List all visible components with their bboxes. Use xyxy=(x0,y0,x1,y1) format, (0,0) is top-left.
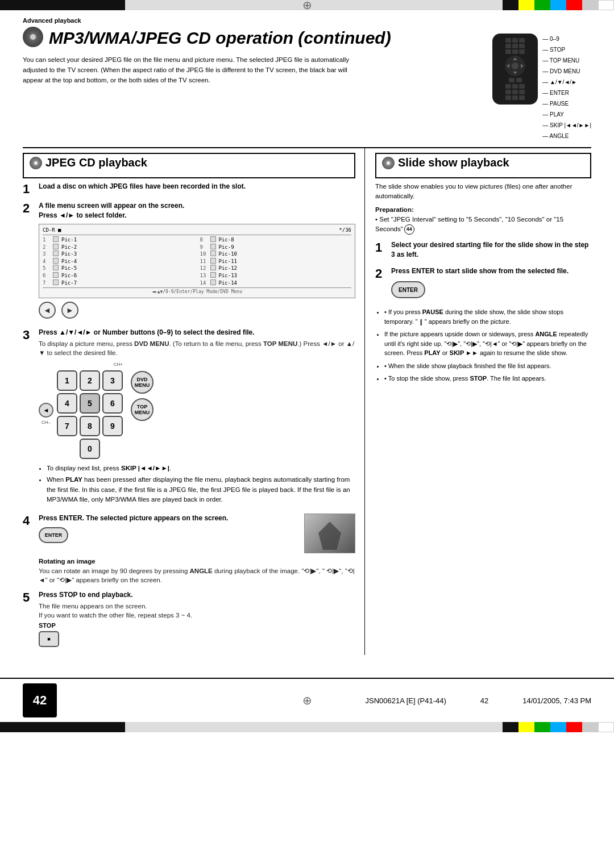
remote-label-arrows: — ▲/▼/◄/► xyxy=(542,77,591,87)
jpeg-step1-label: Load a disc on which JPEG files have bee… xyxy=(39,182,355,191)
note-1: • If you press PAUSE during the slide sh… xyxy=(384,307,591,326)
enter-button-illustration: ENTER xyxy=(39,527,68,543)
slideshow-intro: The slide show enables you to view pictu… xyxy=(375,182,591,202)
top-bar-black xyxy=(0,0,125,10)
jpeg-step3-label: Press ▲/▼/◄/► or Number buttons (0–9) to… xyxy=(39,328,355,337)
remote-label-stop: — STOP xyxy=(542,44,591,55)
remote-label-angle: — ANGLE xyxy=(542,131,591,141)
top-bar-colors xyxy=(503,0,614,10)
jpeg-step2-label: A file menu screen will appear on the sc… xyxy=(39,201,355,220)
top-menu-btn: TOPMENU xyxy=(131,398,154,421)
stop-button-illustration: ■ xyxy=(39,631,59,647)
slideshow-section-header: Slide show playback xyxy=(375,153,591,178)
remote-top-buttons xyxy=(505,38,525,54)
slideshow-disc-icon xyxy=(382,157,395,169)
color-red xyxy=(566,0,582,10)
remote-label-enter: — ENTER xyxy=(542,87,591,98)
file-menu-col2: 8Pic-8 9Pic-9 10Pic-10 11Pic-11 12Pic-12… xyxy=(200,236,352,286)
number-pad: 1 2 3 4 5 6 7 8 9 xyxy=(57,370,123,436)
jpeg-disc-icon xyxy=(30,157,42,169)
bottom-bar-gray xyxy=(125,722,503,732)
num-4-btn: 4 xyxy=(57,393,77,414)
file-menu-screenshot: CD-R ■ */36 1Pic-1 2Pic-2 3Pic-3 4Pic-4 … xyxy=(39,224,355,299)
num-6-btn: 6 xyxy=(102,393,123,414)
note-3: • When the slide show playback finished … xyxy=(384,361,591,371)
slideshow-step1-label: Select your desired starting file for th… xyxy=(391,240,591,260)
num-1-btn: 1 xyxy=(57,370,77,391)
preparation-box: Preparation: • Set "JPEG Interval" setti… xyxy=(375,206,591,235)
file-menu-col1: 1Pic-1 2Pic-2 3Pic-3 4Pic-4 5Pic-5 6Pic-… xyxy=(43,236,194,286)
remote-label-09: — 0–9 xyxy=(542,34,591,44)
note-4: • To stop the slide show, press STOP. Th… xyxy=(384,374,591,383)
num-8-btn: 8 xyxy=(80,416,100,436)
dvd-menu-btn: DVDMENU xyxy=(131,371,154,394)
rotating-body: You can rotate an image by 90 degrees by… xyxy=(39,566,355,585)
footer-meta: JSN00621A [E] (P41-44) 42 14/01/2005, 7:… xyxy=(365,696,591,705)
num-9-btn: 9 xyxy=(102,416,123,436)
jpeg-step-2: 2 A file menu screen will appear on the … xyxy=(23,201,355,322)
jpeg-step5-label: Press STOP to end playback. xyxy=(39,590,355,600)
slideshow-notes: • If you press PAUSE during the slide sh… xyxy=(375,307,591,383)
color-cyan xyxy=(550,0,566,10)
dvd-top-menu-btns: DVDMENU TOPMENU xyxy=(131,371,154,421)
left-nav-btn: ◄ xyxy=(39,403,53,418)
rotating-section: Rotating an image You can rotate an imag… xyxy=(39,558,355,585)
intro-text: You can select your desired JPEG file on… xyxy=(23,55,352,85)
footer-page-center: 42 xyxy=(480,696,488,705)
jpeg-section-title: JPEG CD playback xyxy=(45,156,147,169)
enter-button-right-illustration: ENTER xyxy=(391,281,425,298)
slideshow-step-2: 2 Press ENTER to start slide show from t… xyxy=(375,266,591,302)
page-footer: 42 ⊕ JSN00621A [E] (P41-44) 42 14/01/200… xyxy=(0,678,614,722)
jpeg-step3-body: To display a picture menu, press DVD MEN… xyxy=(39,339,355,357)
remote-label-play: — PLAY xyxy=(542,109,591,120)
jpeg-step5-body: The file menu appears on the screen. If … xyxy=(39,602,355,620)
remote-label-pause: — PAUSE xyxy=(542,98,591,109)
num-5-btn: 5 xyxy=(80,393,100,414)
photo-thumbnail xyxy=(304,514,355,553)
remote-dpad xyxy=(505,56,525,76)
jpeg-step4-label: Press ENTER. The selected picture appear… xyxy=(39,514,298,523)
slideshow-section-title: Slide show playback xyxy=(398,156,509,169)
note-2: If the picture appears upside down or si… xyxy=(384,329,591,358)
jpeg-step-3: 3 Press ▲/▼/◄/► or Number buttons (0–9) … xyxy=(23,328,355,508)
prep-body: • Set "JPEG Interval" setting to "5 Seco… xyxy=(375,215,591,235)
jpeg-step-1: 1 Load a disc on which JPEG files have b… xyxy=(23,182,355,195)
color-gray xyxy=(582,0,598,10)
step3-bullets: To display next list, press SKIP |◄◄/►►|… xyxy=(39,464,355,504)
number-buttons-area: CH+ ◄ CH– 1 2 3 xyxy=(39,362,355,459)
page-title: MP3/WMA/JPEG CD operation (continued) xyxy=(23,28,483,48)
footer-timestamp: 14/01/2005, 7:43 PM xyxy=(522,696,591,705)
remote-label-top-menu: — TOP MENU xyxy=(542,55,591,66)
remote-labels: — 0–9 — STOP — TOP MENU — DVD MENU — ▲/▼… xyxy=(542,34,591,141)
top-bar-gray xyxy=(125,0,503,10)
bottom-crosshair-icon: ⊕ xyxy=(302,694,312,707)
bottom-color-bar xyxy=(0,722,614,732)
jpeg-section-header: JPEG CD playback xyxy=(23,153,355,178)
remote-label-skip: — SKIP |◄◄/►►| xyxy=(542,120,591,131)
footer-doc-id: JSN00621A [E] (P41-44) xyxy=(365,696,446,705)
top-color-bar: ⊕ xyxy=(0,0,614,10)
nav-arrows-illustration: ◄ ► xyxy=(39,302,355,319)
right-arrow-btn: ► xyxy=(61,302,78,319)
slideshow-step2-label: Press ENTER to start slide show from the… xyxy=(391,266,591,276)
section-label: Advanced playback xyxy=(23,16,591,24)
left-arrow-btn: ◄ xyxy=(39,302,56,319)
prep-title: Preparation: xyxy=(375,206,591,213)
jpeg-step-5: 5 Press STOP to end playback. The file m… xyxy=(23,590,355,649)
remote-lower-buttons xyxy=(509,78,522,82)
rotating-title: Rotating an image xyxy=(39,558,355,565)
page-number: 42 xyxy=(23,683,57,717)
num-3-btn: 3 xyxy=(102,370,123,391)
color-black xyxy=(503,0,518,10)
stop-label: STOP xyxy=(39,622,355,629)
num-7-btn: 7 xyxy=(57,416,77,436)
color-white xyxy=(598,0,614,10)
top-crosshair-icon: ⊕ xyxy=(302,0,312,10)
slideshow-step-1: 1 Select your desired starting file for … xyxy=(375,240,591,261)
color-green xyxy=(534,0,550,10)
remote-area: — 0–9 — STOP — TOP MENU — DVD MENU — ▲/▼… xyxy=(492,34,591,141)
jpeg-step-4: 4 Press ENTER. The selected picture appe… xyxy=(23,514,355,585)
num-0-btn: 0 xyxy=(80,439,100,459)
remote-graphic xyxy=(492,34,538,105)
remote-label-dvd-menu: — DVD MENU xyxy=(542,66,591,77)
